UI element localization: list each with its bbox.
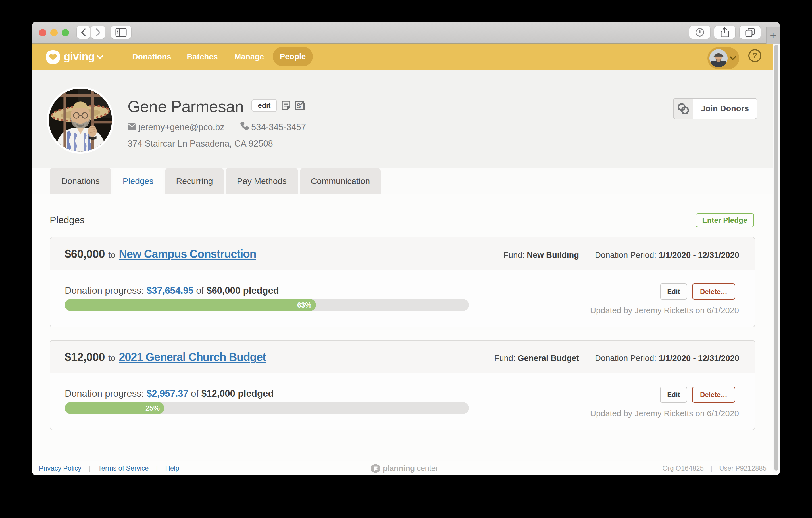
svg-text:S: S bbox=[296, 102, 301, 110]
